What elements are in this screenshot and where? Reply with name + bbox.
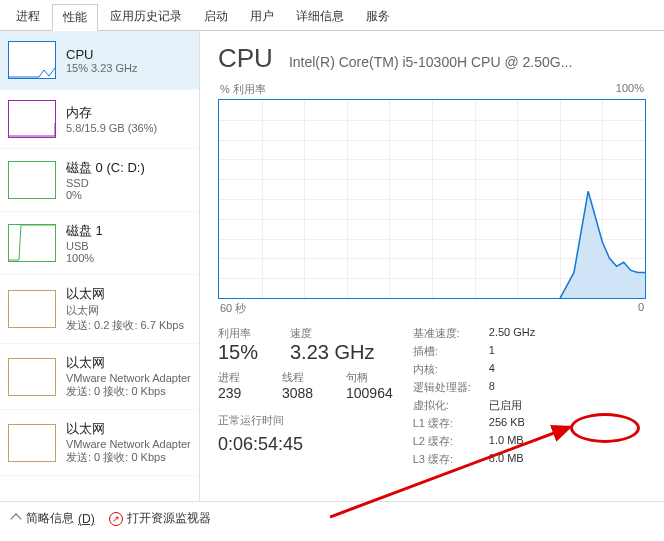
mem-thumb-icon	[8, 100, 56, 138]
sidebar-title: 以太网	[66, 420, 191, 438]
sidebar-sub: VMware Network Adapter	[66, 372, 191, 384]
chart-ylabel: % 利用率	[220, 82, 266, 97]
stats-right: 基准速度:2.50 GHz插槽:1内核:4逻辑处理器:8虚拟化:已启用L1 缓存…	[413, 326, 536, 467]
tabs-bar: 进程性能应用历史记录启动用户详细信息服务	[0, 0, 664, 31]
disk-thumb-icon	[8, 161, 56, 199]
open-resource-monitor-link[interactable]: ↗ 打开资源监视器	[109, 510, 211, 527]
stats-left: 利用率15%速度3.23 GHz 进程239线程3088句柄100964 正常运…	[218, 326, 393, 467]
sidebar-item-0[interactable]: CPU15% 3.23 GHz	[0, 31, 199, 90]
sidebar-sub: VMware Network Adapter	[66, 438, 191, 450]
uptime-value: 0:06:54:45	[218, 434, 393, 455]
cpu-thumb-icon	[8, 41, 56, 79]
sidebar-item-3[interactable]: 磁盘 1USB100%	[0, 212, 199, 275]
tab-1[interactable]: 性能	[52, 4, 98, 31]
eth-thumb-icon	[8, 424, 56, 462]
eth-thumb-icon	[8, 290, 56, 328]
cpu-detail-panel: CPU Intel(R) Core(TM) i5-10300H CPU @ 2.…	[200, 31, 664, 501]
cpu-utilization-chart[interactable]	[218, 99, 646, 299]
uptime-label: 正常运行时间	[218, 413, 393, 428]
sidebar-title: 磁盘 0 (C: D:)	[66, 159, 191, 177]
sidebar-item-4[interactable]: 以太网以太网发送: 0.2 接收: 6.7 Kbps	[0, 275, 199, 344]
eth-thumb-icon	[8, 358, 56, 396]
footer-bar: 简略信息(D) ↗ 打开资源监视器	[0, 501, 664, 535]
sidebar-sub: 以太网	[66, 303, 191, 318]
detail-title: CPU	[218, 43, 273, 74]
resource-monitor-icon: ↗	[109, 512, 123, 526]
sidebar-title: 以太网	[66, 354, 191, 372]
chart-ymax: 100%	[616, 82, 644, 97]
chevron-up-icon	[10, 513, 21, 524]
sidebar-sub: 5.8/15.9 GB (36%)	[66, 122, 191, 134]
sidebar-item-5[interactable]: 以太网VMware Network Adapter发送: 0 接收: 0 Kbp…	[0, 344, 199, 410]
disk-thumb-icon	[8, 224, 56, 262]
sidebar-item-1[interactable]: 内存5.8/15.9 GB (36%)	[0, 90, 199, 149]
chart-x-right: 0	[638, 301, 644, 316]
tab-6[interactable]: 服务	[356, 4, 400, 30]
sidebar-sub: USB	[66, 240, 191, 252]
sidebar-title: 磁盘 1	[66, 222, 191, 240]
tab-2[interactable]: 应用历史记录	[100, 4, 192, 30]
sidebar-title: 以太网	[66, 285, 191, 303]
tab-3[interactable]: 启动	[194, 4, 238, 30]
tab-5[interactable]: 详细信息	[286, 4, 354, 30]
cpu-model: Intel(R) Core(TM) i5-10300H CPU @ 2.50G.…	[289, 54, 572, 70]
sidebar-item-6[interactable]: 以太网VMware Network Adapter发送: 0 接收: 0 Kbp…	[0, 410, 199, 476]
tab-0[interactable]: 进程	[6, 4, 50, 30]
sidebar-sub: SSD	[66, 177, 191, 189]
sidebar-title: 内存	[66, 104, 191, 122]
chart-x-left: 60 秒	[220, 301, 246, 316]
tab-4[interactable]: 用户	[240, 4, 284, 30]
brief-info-link[interactable]: 简略信息(D)	[12, 510, 95, 527]
performance-sidebar: CPU15% 3.23 GHz内存5.8/15.9 GB (36%)磁盘 0 (…	[0, 31, 200, 501]
sidebar-title: CPU	[66, 47, 191, 62]
sidebar-item-2[interactable]: 磁盘 0 (C: D:)SSD0%	[0, 149, 199, 212]
sidebar-sub: 15% 3.23 GHz	[66, 62, 191, 74]
